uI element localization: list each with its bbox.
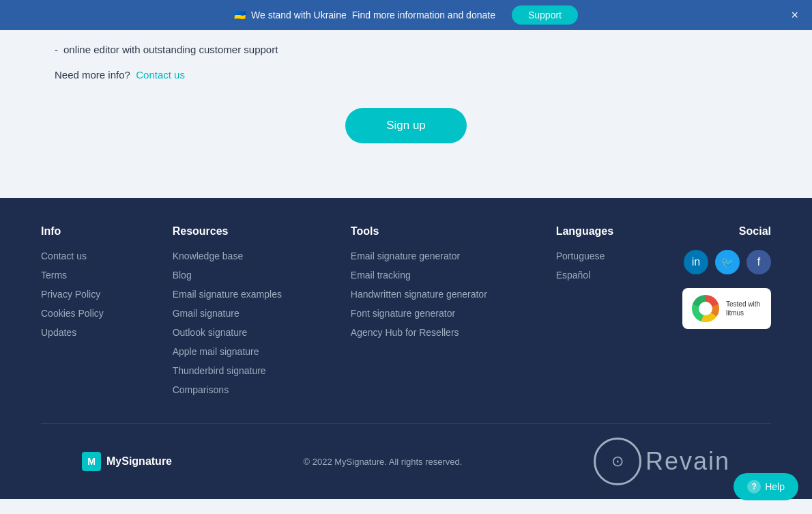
- help-question-icon: ?: [747, 480, 761, 494]
- footer-resources-links: Knowledge base Blog Email signature exam…: [173, 250, 282, 396]
- feature-list: online editor with outstanding customer …: [55, 44, 757, 55]
- list-item: Updates: [41, 326, 104, 339]
- footer-link-contact[interactable]: Contact us: [41, 251, 87, 261]
- list-item: Email tracking: [351, 269, 487, 281]
- feature-item: online editor with outstanding customer …: [55, 44, 757, 55]
- list-item: Comparisons: [173, 384, 282, 396]
- ukraine-flag: 🇺🇦: [234, 10, 246, 20]
- litmus-badge-content: Tested with litmus: [726, 300, 760, 317]
- banner-close-button[interactable]: ×: [791, 8, 798, 23]
- footer-logo: M MySignature: [82, 452, 172, 471]
- footer-link-blog[interactable]: Blog: [173, 270, 192, 281]
- footer-col-tools: Tools Email signature generator Email tr…: [351, 225, 487, 403]
- list-item: Blog: [173, 269, 282, 281]
- list-item: Apple mail signature: [173, 345, 282, 358]
- footer-link-apple[interactable]: Apple mail signature: [173, 346, 259, 357]
- footer: Info Contact us Terms Privacy Policy Coo…: [0, 198, 812, 499]
- footer-col-info: Info Contact us Terms Privacy Policy Coo…: [41, 225, 104, 403]
- footer-info-links: Contact us Terms Privacy Policy Cookies …: [41, 250, 104, 339]
- contact-us-link[interactable]: Contact us: [136, 69, 185, 81]
- footer-info-heading: Info: [41, 225, 104, 238]
- footer-col-languages: Languages Portuguese Español: [556, 225, 613, 403]
- banner-text-suffix: Find more information and donate: [352, 10, 495, 20]
- footer-link-portuguese[interactable]: Portuguese: [556, 251, 605, 261]
- list-item: Terms: [41, 269, 104, 281]
- footer-resources-heading: Resources: [173, 225, 282, 238]
- contact-line: Need more info? Contact us: [55, 69, 757, 81]
- help-button[interactable]: ? Help: [734, 473, 798, 500]
- footer-link-email-tracking[interactable]: Email tracking: [351, 270, 411, 281]
- list-item: Handwritten signature generator: [351, 288, 487, 300]
- list-item: Gmail signature: [173, 307, 282, 319]
- footer-link-comparisons[interactable]: Comparisons: [173, 384, 229, 395]
- footer-link-outlook[interactable]: Outlook signature: [173, 327, 248, 338]
- footer-link-terms[interactable]: Terms: [41, 270, 67, 281]
- revain-brand-text: Revain: [646, 447, 730, 476]
- list-item: Knowledge base: [173, 250, 282, 262]
- copyright-text: © 2022 MySignature. All rights reserved.: [304, 457, 463, 467]
- list-item: Español: [556, 269, 613, 281]
- footer-link-agency-hub[interactable]: Agency Hub for Resellers: [351, 327, 459, 338]
- litmus-brand-label: litmus: [726, 309, 760, 317]
- footer-link-sig-examples[interactable]: Email signature examples: [173, 289, 282, 300]
- litmus-inner: [699, 302, 712, 315]
- list-item: Font signature generator: [351, 307, 487, 319]
- footer-link-sig-generator[interactable]: Email signature generator: [351, 251, 460, 261]
- footer-link-privacy[interactable]: Privacy Policy: [41, 289, 100, 300]
- footer-bottom: M MySignature © 2022 MySignature. All ri…: [41, 423, 771, 499]
- footer-tools-heading: Tools: [351, 225, 487, 238]
- banner-text-prefix: We stand with Ukraine: [251, 10, 347, 20]
- litmus-tested-label: Tested with: [726, 300, 760, 309]
- footer-link-cookies[interactable]: Cookies Policy: [41, 308, 104, 319]
- footer-col-social: Social in 🐦 f Tested with litmus: [682, 225, 771, 403]
- signup-section: Sign up: [55, 108, 757, 143]
- revain-logo-circle: ⊙: [594, 438, 641, 485]
- revain-circle-icon: ⊙: [611, 453, 624, 470]
- footer-link-font-sig[interactable]: Font signature generator: [351, 308, 455, 319]
- litmus-badge: Tested with litmus: [682, 288, 771, 329]
- footer-tools-links: Email signature generator Email tracking…: [351, 250, 487, 339]
- footer-languages-heading: Languages: [556, 225, 613, 238]
- footer-link-espanol[interactable]: Español: [556, 270, 591, 281]
- footer-link-handwritten[interactable]: Handwritten signature generator: [351, 289, 487, 300]
- footer-col-resources: Resources Knowledge base Blog Email sign…: [173, 225, 282, 403]
- litmus-circle: [692, 295, 719, 322]
- list-item: Portuguese: [556, 250, 613, 262]
- twitter-icon[interactable]: 🐦: [715, 250, 740, 274]
- list-item: Agency Hub for Resellers: [351, 326, 487, 339]
- list-item: Privacy Policy: [41, 288, 104, 300]
- support-button[interactable]: Support: [512, 5, 578, 25]
- list-item: Email signature examples: [173, 288, 282, 300]
- facebook-icon[interactable]: f: [746, 250, 771, 274]
- list-item: Cookies Policy: [41, 307, 104, 319]
- footer-link-thunderbird[interactable]: Thunderbird signature: [173, 365, 266, 376]
- list-item: Outlook signature: [173, 326, 282, 339]
- list-item: Email signature generator: [351, 250, 487, 262]
- footer-link-knowledge-base[interactable]: Knowledge base: [173, 251, 244, 261]
- ukraine-banner: 🇺🇦 We stand with Ukraine Find more infor…: [0, 0, 812, 30]
- signup-button[interactable]: Sign up: [345, 108, 467, 143]
- footer-languages-links: Portuguese Español: [556, 250, 613, 281]
- footer-link-gmail[interactable]: Gmail signature: [173, 308, 240, 319]
- main-content: online editor with outstanding customer …: [0, 30, 812, 198]
- footer-social-heading: Social: [739, 225, 771, 238]
- linkedin-icon[interactable]: in: [684, 250, 708, 274]
- help-label: Help: [765, 481, 785, 492]
- mysignature-logo-text: MySignature: [106, 455, 172, 468]
- social-icons-group: in 🐦 f: [684, 250, 771, 274]
- mysignature-logo-icon: M: [82, 452, 101, 471]
- list-item: Thunderbird signature: [173, 365, 282, 377]
- footer-columns: Info Contact us Terms Privacy Policy Coo…: [41, 225, 771, 423]
- revain-widget: ⊙ Revain: [594, 438, 730, 485]
- footer-link-updates[interactable]: Updates: [41, 327, 76, 338]
- list-item: Contact us: [41, 250, 104, 262]
